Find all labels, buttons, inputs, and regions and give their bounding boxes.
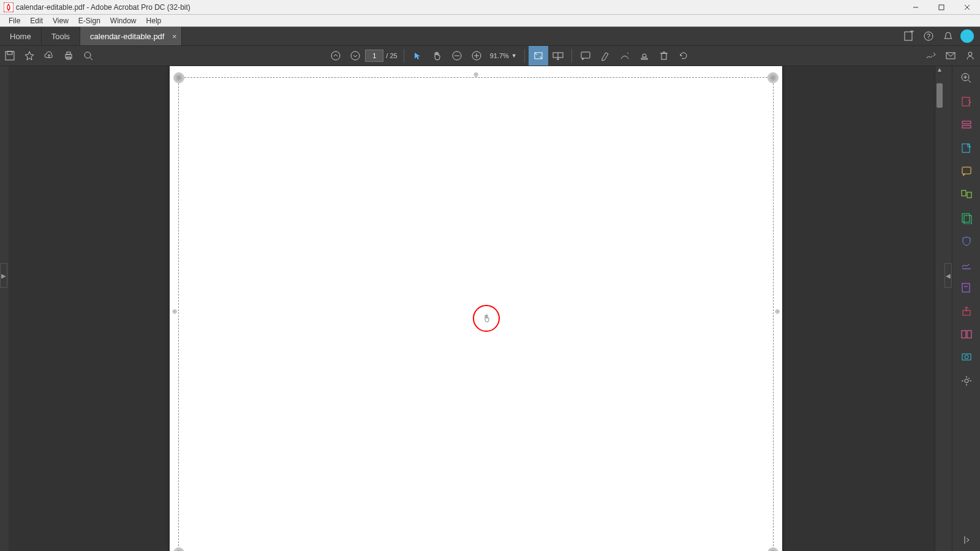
- svg-rect-14: [67, 52, 70, 54]
- select-tool-button[interactable]: [408, 46, 428, 66]
- page-total-label: / 25: [386, 52, 397, 59]
- find-button[interactable]: [78, 46, 98, 66]
- page-fit-button[interactable]: [529, 46, 548, 66]
- highlight-button[interactable]: [595, 46, 615, 66]
- zoom-in-button[interactable]: [467, 46, 486, 66]
- svg-point-16: [85, 52, 91, 58]
- svg-rect-50: [962, 283, 970, 292]
- svg-text:?: ?: [927, 33, 930, 40]
- svg-rect-11: [7, 51, 12, 54]
- tab-document[interactable]: calendar-editable.pdf ×: [80, 27, 182, 45]
- menu-file[interactable]: File: [4, 15, 25, 26]
- svg-line-27: [540, 56, 542, 59]
- menu-esign[interactable]: E-Sign: [74, 15, 105, 26]
- minimize-button[interactable]: [903, 0, 929, 15]
- rail-edit-pdf-icon[interactable]: [959, 118, 974, 132]
- tab-bar: Home Tools calendar-editable.pdf × ?: [0, 27, 980, 45]
- rail-organize-icon[interactable]: [959, 187, 974, 202]
- svg-point-19: [351, 51, 360, 60]
- expand-nav-pane-button[interactable]: ▶: [0, 263, 7, 288]
- page-down-button[interactable]: [345, 46, 365, 66]
- document-workspace: ⊕ ⊕ ⊕ ⊕: [9, 66, 943, 551]
- rail-comment-icon[interactable]: [959, 164, 974, 179]
- notifications-button[interactable]: [938, 27, 958, 45]
- main-toolbar: / 25 91.7% ▼: [0, 45, 980, 66]
- comment-button[interactable]: [576, 46, 595, 66]
- window-title: calendar-editable.pdf - Adobe Acrobat Pr…: [16, 3, 903, 12]
- rotate-button[interactable]: [674, 46, 693, 66]
- scroll-thumb[interactable]: [937, 83, 943, 108]
- rail-more-tools-icon[interactable]: [959, 373, 974, 388]
- maximize-button[interactable]: [929, 0, 954, 15]
- svg-point-35: [968, 52, 972, 56]
- hand-cursor-icon: [483, 314, 490, 323]
- svg-rect-31: [662, 53, 666, 59]
- adobe-acrobat-icon: [4, 2, 13, 12]
- scroll-up-icon[interactable]: ▲: [935, 66, 944, 75]
- create-pdf-button[interactable]: [899, 27, 919, 45]
- tab-tools[interactable]: Tools: [42, 27, 80, 45]
- registration-mark-icon: ⊕: [172, 308, 177, 315]
- svg-rect-10: [6, 51, 14, 60]
- read-mode-button[interactable]: [548, 46, 568, 66]
- tool-rail: [952, 66, 980, 551]
- zoom-out-button[interactable]: [447, 46, 467, 66]
- rail-expand-icon[interactable]: [959, 533, 974, 547]
- svg-point-57: [965, 379, 968, 383]
- close-tab-icon[interactable]: ×: [172, 32, 177, 41]
- help-button[interactable]: ?: [919, 27, 938, 45]
- sign-self-button[interactable]: [921, 46, 941, 66]
- rail-compare-icon[interactable]: [959, 327, 974, 342]
- svg-rect-2: [939, 5, 944, 10]
- hand-tool-button[interactable]: [428, 46, 447, 66]
- svg-rect-47: [962, 214, 970, 222]
- menu-help[interactable]: Help: [141, 15, 167, 26]
- star-button[interactable]: [20, 46, 39, 66]
- send-email-button[interactable]: [941, 46, 960, 66]
- rail-share-icon[interactable]: [959, 304, 974, 318]
- delete-button[interactable]: [654, 46, 674, 66]
- svg-rect-43: [962, 144, 970, 152]
- rail-zoom-icon[interactable]: [959, 71, 974, 86]
- close-button[interactable]: [954, 0, 980, 15]
- rail-create-pdf-icon[interactable]: [959, 141, 974, 156]
- stamp-button[interactable]: [635, 46, 654, 66]
- zoom-level-label[interactable]: 91.7%: [490, 52, 509, 59]
- crop-mark-icon: [173, 72, 184, 83]
- svg-rect-42: [962, 126, 971, 128]
- cloud-upload-button[interactable]: [39, 46, 59, 66]
- rail-protect-icon[interactable]: [959, 234, 974, 249]
- page-up-button[interactable]: [326, 46, 345, 66]
- rail-fill-sign-icon[interactable]: [959, 257, 974, 272]
- registration-mark-icon: ⊕: [775, 308, 780, 315]
- rail-combine-icon[interactable]: [959, 211, 974, 225]
- print-button[interactable]: [59, 46, 78, 66]
- menu-view[interactable]: View: [48, 15, 74, 26]
- rail-stamp-icon[interactable]: [959, 350, 974, 365]
- crop-mark-icon: [767, 547, 778, 551]
- svg-line-39: [968, 80, 971, 83]
- menubar: File Edit View E-Sign Window Help: [0, 15, 980, 27]
- expand-tools-pane-button[interactable]: ◀: [944, 263, 952, 288]
- registration-mark-icon: ⊕: [473, 71, 478, 78]
- svg-point-56: [965, 355, 968, 359]
- vertical-scrollbar[interactable]: ▲: [935, 66, 943, 551]
- window-titlebar: calendar-editable.pdf - Adobe Acrobat Pr…: [0, 0, 980, 15]
- draw-button[interactable]: [615, 46, 635, 66]
- zoom-dropdown-icon[interactable]: ▼: [511, 53, 517, 59]
- pdf-page[interactable]: ⊕ ⊕ ⊕ ⊕: [170, 66, 782, 551]
- rail-export-pdf-icon[interactable]: [959, 94, 974, 109]
- save-button[interactable]: [0, 46, 20, 66]
- rail-request-sign-icon[interactable]: [959, 280, 974, 295]
- page-number-input[interactable]: [365, 50, 383, 62]
- svg-line-26: [535, 53, 537, 55]
- svg-rect-30: [581, 52, 590, 58]
- user-avatar[interactable]: [960, 29, 974, 43]
- share-button[interactable]: [960, 46, 980, 66]
- tab-home[interactable]: Home: [0, 27, 42, 45]
- menu-window[interactable]: Window: [105, 15, 141, 26]
- svg-rect-41: [962, 121, 971, 124]
- menu-edit[interactable]: Edit: [25, 15, 48, 26]
- page-viewport[interactable]: ⊕ ⊕ ⊕ ⊕: [9, 66, 943, 551]
- svg-rect-46: [967, 192, 971, 198]
